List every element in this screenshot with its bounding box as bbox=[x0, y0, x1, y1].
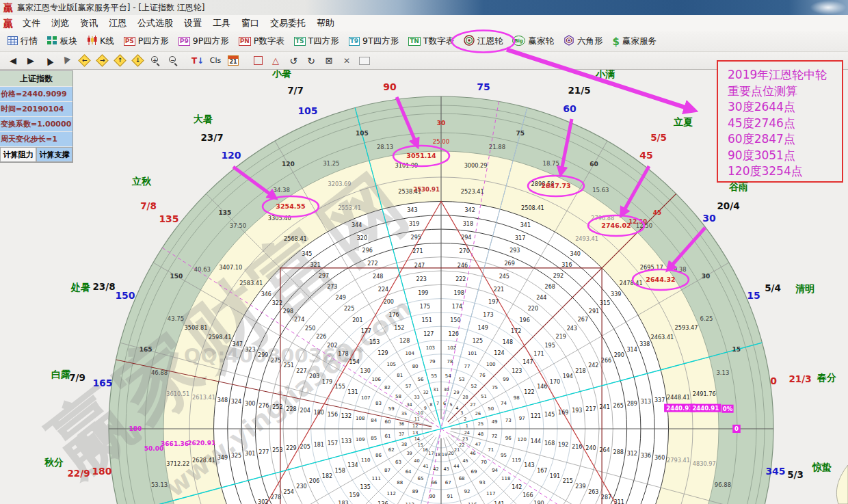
svg-text:339: 339 bbox=[611, 291, 621, 297]
diamond-up-icon[interactable]: ↑ bbox=[111, 53, 129, 68]
time-shift-icon[interactable]: T↓ bbox=[189, 53, 207, 68]
svg-text:22/9: 22/9 bbox=[67, 468, 90, 479]
svg-text:165: 165 bbox=[140, 346, 153, 353]
svg-text:91: 91 bbox=[447, 494, 453, 499]
diamond-down-icon[interactable]: ↓ bbox=[129, 53, 146, 68]
calc-support-button[interactable]: 计算支撑 bbox=[36, 147, 72, 162]
easel-icon[interactable] bbox=[356, 53, 373, 68]
triangle-tool-icon[interactable]: △ bbox=[267, 53, 284, 68]
toolbar-赢家轮[interactable]: Big赢家轮 bbox=[507, 34, 559, 49]
menu-item-交易委托[interactable]: 交易委托 bbox=[265, 17, 311, 29]
menu-item-江恩[interactable]: 江恩 bbox=[103, 17, 132, 29]
svg-text:4: 4 bbox=[455, 406, 458, 411]
rotate-left-icon[interactable]: ↺ bbox=[284, 53, 302, 68]
svg-text:131: 131 bbox=[347, 389, 358, 395]
toolbar-赢家服务[interactable]: $赢家服务 bbox=[607, 34, 661, 49]
toolbar-T四方形[interactable]: TST四方形 bbox=[289, 34, 344, 49]
diamond-right-icon[interactable]: → bbox=[93, 53, 111, 68]
svg-text:35: 35 bbox=[401, 411, 407, 416]
svg-text:75: 75 bbox=[477, 81, 490, 92]
svg-text:2448.41: 2448.41 bbox=[667, 394, 690, 401]
svg-text:26: 26 bbox=[475, 411, 481, 416]
svg-text:61: 61 bbox=[384, 434, 390, 439]
toolbar-label: T数字表 bbox=[423, 36, 454, 47]
menu-item-设置[interactable]: 设置 bbox=[178, 17, 207, 29]
svg-text:68: 68 bbox=[459, 476, 465, 481]
back-arrow-icon[interactable]: ◀ bbox=[4, 53, 22, 68]
svg-text:105: 105 bbox=[387, 362, 396, 367]
svg-text:90: 90 bbox=[383, 81, 397, 92]
rotate-right-icon[interactable]: ↻ bbox=[302, 53, 320, 68]
svg-text:155: 155 bbox=[335, 384, 345, 390]
svg-text:174: 174 bbox=[452, 304, 462, 310]
annotation-line-1: 重要点位测算 bbox=[728, 83, 840, 100]
svg-text:54: 54 bbox=[445, 373, 451, 379]
svg-text:118: 118 bbox=[501, 476, 510, 481]
svg-text:3051.14: 3051.14 bbox=[406, 152, 436, 159]
toolbar-P数字表[interactable]: PNP数字表 bbox=[234, 34, 289, 49]
svg-text:181: 181 bbox=[314, 442, 324, 448]
p9-badge-icon: P9 bbox=[178, 37, 190, 46]
toolbar-行情[interactable]: 行情 bbox=[3, 34, 42, 49]
square-tool-icon[interactable] bbox=[249, 53, 267, 68]
svg-text:15.63: 15.63 bbox=[592, 187, 609, 194]
calc-resistance-button[interactable]: 计算阻力 bbox=[0, 147, 36, 162]
toolbar-板块[interactable]: 板块 bbox=[42, 34, 82, 49]
menu-item-帮助[interactable]: 帮助 bbox=[311, 17, 340, 29]
svg-text:171: 171 bbox=[533, 351, 544, 357]
toolbar-江恩轮[interactable]: 江恩轮 bbox=[459, 34, 508, 49]
svg-text:180: 180 bbox=[129, 425, 142, 432]
menu-item-工具[interactable]: 工具 bbox=[207, 17, 236, 29]
svg-text:159: 159 bbox=[349, 492, 359, 499]
quote-grid-icon bbox=[8, 36, 18, 47]
ts-badge-icon: TS bbox=[294, 37, 306, 46]
menu-item-公式选股[interactable]: 公式选股 bbox=[132, 17, 178, 29]
zoom-out-icon[interactable]: − bbox=[164, 53, 182, 68]
select-box-icon[interactable]: ⊠ bbox=[320, 53, 338, 68]
toolbar-T数字表[interactable]: TNT数字表 bbox=[403, 34, 459, 49]
svg-text:2793.41: 2793.41 bbox=[667, 457, 690, 464]
instrument-panel: 上证指数 价格=2440.9099 时间=20190104 变换系数=1.000… bbox=[0, 70, 73, 163]
svg-text:1: 1 bbox=[466, 423, 468, 429]
menu-item-窗口[interactable]: 窗口 bbox=[236, 17, 265, 29]
drop-pointer-icon[interactable]: ▼ bbox=[57, 53, 75, 68]
tn-badge-icon: TN bbox=[408, 37, 421, 46]
toolbar-label: P数字表 bbox=[254, 36, 284, 47]
toolbar-P四方形[interactable]: PSP四方形 bbox=[119, 34, 174, 49]
price-field: 价格=2440.9099 bbox=[0, 87, 72, 102]
diamond-left-icon[interactable]: ← bbox=[75, 53, 93, 68]
forward-arrow-icon[interactable]: ▶ bbox=[22, 53, 40, 68]
svg-text:19: 19 bbox=[442, 452, 447, 457]
svg-text:299: 299 bbox=[258, 352, 268, 358]
svg-text:0: 0 bbox=[770, 375, 777, 386]
menu-item-资讯[interactable]: 资讯 bbox=[75, 17, 103, 29]
calendar-21-icon[interactable]: 21 bbox=[224, 53, 242, 68]
svg-text:349: 349 bbox=[217, 455, 228, 461]
toolbar-六角形[interactable]: 六角形 bbox=[559, 34, 608, 49]
rotate-pointer-icon[interactable]: ▲ bbox=[40, 53, 57, 68]
svg-text:203: 203 bbox=[309, 373, 319, 380]
svg-text:273: 273 bbox=[327, 284, 337, 290]
menu-item-浏览[interactable]: 浏览 bbox=[46, 17, 75, 29]
svg-text:178: 178 bbox=[338, 351, 348, 357]
svg-text:172: 172 bbox=[511, 328, 521, 334]
cls-label-icon[interactable]: Cls bbox=[207, 53, 224, 68]
svg-text:29: 29 bbox=[453, 390, 459, 395]
svg-text:142: 142 bbox=[512, 484, 522, 490]
svg-text:32: 32 bbox=[423, 390, 428, 395]
svg-text:272: 272 bbox=[367, 261, 377, 267]
cross-tool-icon[interactable]: ✕ bbox=[338, 53, 356, 68]
svg-text:120: 120 bbox=[221, 150, 241, 161]
menu-item-文件[interactable]: 文件 bbox=[17, 17, 46, 29]
zoom-in-icon[interactable]: + bbox=[146, 53, 164, 68]
svg-text:292: 292 bbox=[553, 273, 564, 279]
svg-text:62: 62 bbox=[388, 447, 395, 453]
svg-text:15: 15 bbox=[732, 346, 741, 353]
toolbar-K线[interactable]: K线 bbox=[82, 34, 119, 49]
toolbar-9T四方形[interactable]: T99T四方形 bbox=[344, 34, 404, 49]
svg-text:清明: 清明 bbox=[795, 283, 814, 294]
svg-text:45: 45 bbox=[653, 209, 662, 216]
svg-text:316: 316 bbox=[561, 262, 572, 268]
toolbar-9P四方形[interactable]: P99P四方形 bbox=[174, 34, 234, 49]
svg-text:110: 110 bbox=[361, 457, 370, 463]
